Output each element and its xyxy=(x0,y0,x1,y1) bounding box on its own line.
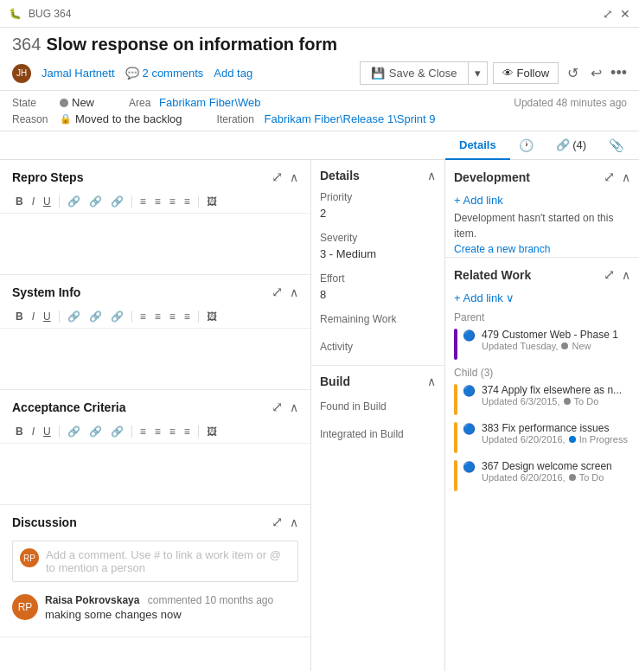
si-italic-btn[interactable]: I xyxy=(29,309,38,324)
discussion-expand-btn[interactable]: ⤢ xyxy=(270,514,284,530)
related-add-link-button[interactable]: + Add link ∨ xyxy=(445,288,639,308)
right-panel: Development ⤢ ∧ + Add link Development h… xyxy=(445,160,639,671)
remaining-work-value[interactable] xyxy=(320,327,436,330)
system-info-controls: ⤢ ∧ xyxy=(270,284,298,300)
build-header: Build ∧ xyxy=(311,366,444,397)
ac-content[interactable] xyxy=(0,444,310,504)
related-expand-btn[interactable]: ⤢ xyxy=(602,266,617,283)
child2-icon: 🔵 xyxy=(463,461,476,475)
italic-btn[interactable]: I xyxy=(29,194,38,209)
list-btn4[interactable]: ≡ xyxy=(181,194,194,209)
system-info-title: System Info xyxy=(12,285,80,299)
ac-link2[interactable]: 🔗 xyxy=(86,424,105,439)
parent-item[interactable]: 🔵 479 Customer Web - Phase 1 Updated Tue… xyxy=(445,325,639,363)
details-header: Details ∧ xyxy=(311,160,444,188)
add-tag-button[interactable]: Add tag xyxy=(214,67,252,80)
dev-add-link-button[interactable]: + Add link xyxy=(445,190,639,210)
related-collapse-btn[interactable]: ∧ xyxy=(622,266,630,283)
dev-expand-btn[interactable]: ⤢ xyxy=(602,169,617,185)
dev-collapse-btn[interactable]: ∧ xyxy=(622,169,630,185)
repro-steps-controls: ⤢ ∧ xyxy=(270,169,298,185)
integrated-in-build-value[interactable] xyxy=(320,442,436,445)
ac-list4[interactable]: ≡ xyxy=(181,424,194,439)
system-info-expand-btn[interactable]: ⤢ xyxy=(270,284,284,300)
ac-link3[interactable]: 🔗 xyxy=(107,424,127,439)
si-list1[interactable]: ≡ xyxy=(137,309,150,324)
severity-value[interactable]: 3 - Medium xyxy=(320,246,436,262)
refresh-button[interactable]: ↺ xyxy=(564,63,582,83)
comment-placeholder[interactable]: Add a comment. Use # to link a work item… xyxy=(46,548,291,574)
state-value-group[interactable]: New xyxy=(60,96,94,109)
build-collapse-btn[interactable]: ∧ xyxy=(427,374,436,388)
child0-body: 374 Apply fix elsewhere as n... Updated … xyxy=(482,384,630,406)
tab-links[interactable]: 🔗 (4) xyxy=(542,131,601,160)
ac-list2[interactable]: ≡ xyxy=(151,424,164,439)
undo-button[interactable]: ↩ xyxy=(587,63,605,83)
ac-link1[interactable]: 🔗 xyxy=(64,424,84,439)
tab-details[interactable]: Details xyxy=(445,131,510,160)
ac-expand-btn[interactable]: ⤢ xyxy=(270,399,284,415)
ac-bold-btn[interactable]: B xyxy=(12,424,27,439)
build-title: Build xyxy=(320,374,350,388)
child2-body: 367 Design welcome screen Updated 6/20/2… xyxy=(482,460,630,483)
si-link3[interactable]: 🔗 xyxy=(107,309,127,324)
ac-underline-btn[interactable]: U xyxy=(40,424,54,439)
link-btn3[interactable]: 🔗 xyxy=(107,194,127,209)
header-actions: JH Jamal Hartnett 💬 2 comments Add tag 💾… xyxy=(12,61,627,85)
comments-link[interactable]: 💬 2 comments xyxy=(125,67,204,80)
ac-list3[interactable]: ≡ xyxy=(166,424,179,439)
si-link1[interactable]: 🔗 xyxy=(64,309,84,324)
si-underline-btn[interactable]: U xyxy=(40,309,54,324)
si-image[interactable]: 🖼 xyxy=(203,309,220,324)
underline-btn[interactable]: U xyxy=(40,194,54,209)
tab-attachments[interactable]: 📎 xyxy=(600,131,632,159)
si-list4[interactable]: ≡ xyxy=(181,309,194,324)
effort-value[interactable]: 8 xyxy=(320,286,436,303)
save-icon: 💾 xyxy=(371,67,385,80)
priority-value[interactable]: 2 xyxy=(320,205,436,221)
ac-image[interactable]: 🖼 xyxy=(203,424,220,439)
expand-icon[interactable]: ⤢ xyxy=(603,7,613,21)
ac-collapse-btn[interactable]: ∧ xyxy=(290,400,298,414)
discussion-section: Discussion ⤢ ∧ RP Add a comment. Use # t… xyxy=(0,505,310,637)
follow-button[interactable]: 👁 Follow xyxy=(493,62,559,84)
list-btn1[interactable]: ≡ xyxy=(137,194,150,209)
repro-steps-collapse-btn[interactable]: ∧ xyxy=(290,170,298,184)
repro-steps-expand-btn[interactable]: ⤢ xyxy=(270,169,284,185)
acceptance-criteria-title: Acceptance Criteria xyxy=(12,400,126,414)
si-link2[interactable]: 🔗 xyxy=(86,309,105,324)
link-btn1[interactable]: 🔗 xyxy=(64,194,84,209)
child-item-1[interactable]: 🔵 383 Fix performance issues Updated 6/2… xyxy=(445,419,639,457)
child-item-2[interactable]: 🔵 367 Design welcome screen Updated 6/20… xyxy=(445,457,639,495)
found-in-build-value[interactable] xyxy=(320,414,436,418)
tab-history[interactable]: 🕐 xyxy=(510,131,542,159)
discussion-collapse-btn[interactable]: ∧ xyxy=(290,515,298,529)
create-branch-link[interactable]: Create a new branch xyxy=(445,241,639,257)
save-close-button[interactable]: 💾 Save & Close xyxy=(361,62,468,84)
activity-value[interactable] xyxy=(320,355,436,358)
list-btn2[interactable]: ≡ xyxy=(151,194,164,209)
si-list2[interactable]: ≡ xyxy=(151,309,164,324)
author-name-link[interactable]: Jamal Hartnett xyxy=(42,67,115,80)
si-list3[interactable]: ≡ xyxy=(166,309,179,324)
more-options-button[interactable]: ••• xyxy=(610,64,627,82)
iteration-value[interactable]: Fabrikam Fiber\Release 1\Sprint 9 xyxy=(265,112,436,125)
bold-btn[interactable]: B xyxy=(12,194,27,209)
si-bold-btn[interactable]: B xyxy=(12,309,27,324)
ac-italic-btn[interactable]: I xyxy=(29,424,38,439)
system-info-collapse-btn[interactable]: ∧ xyxy=(290,285,298,299)
child-item-0[interactable]: 🔵 374 Apply fix elsewhere as n... Update… xyxy=(445,381,639,419)
list-btn3[interactable]: ≡ xyxy=(166,194,179,209)
work-item-number: 364 xyxy=(12,35,41,54)
image-btn[interactable]: 🖼 xyxy=(203,194,220,209)
details-collapse-btn[interactable]: ∧ xyxy=(427,169,436,182)
system-info-content[interactable] xyxy=(0,329,310,389)
ac-list1[interactable]: ≡ xyxy=(137,424,150,439)
tabs-bar: Details 🕐 🔗 (4) 📎 xyxy=(0,131,639,160)
link-btn2[interactable]: 🔗 xyxy=(86,194,105,209)
close-icon[interactable]: ✕ xyxy=(620,7,630,21)
repro-steps-content[interactable] xyxy=(0,214,310,274)
area-value[interactable]: Fabrikam Fiber\Web xyxy=(159,96,261,109)
comment-text: making some changes now xyxy=(45,608,298,621)
save-dropdown-button[interactable]: ▾ xyxy=(468,62,487,84)
